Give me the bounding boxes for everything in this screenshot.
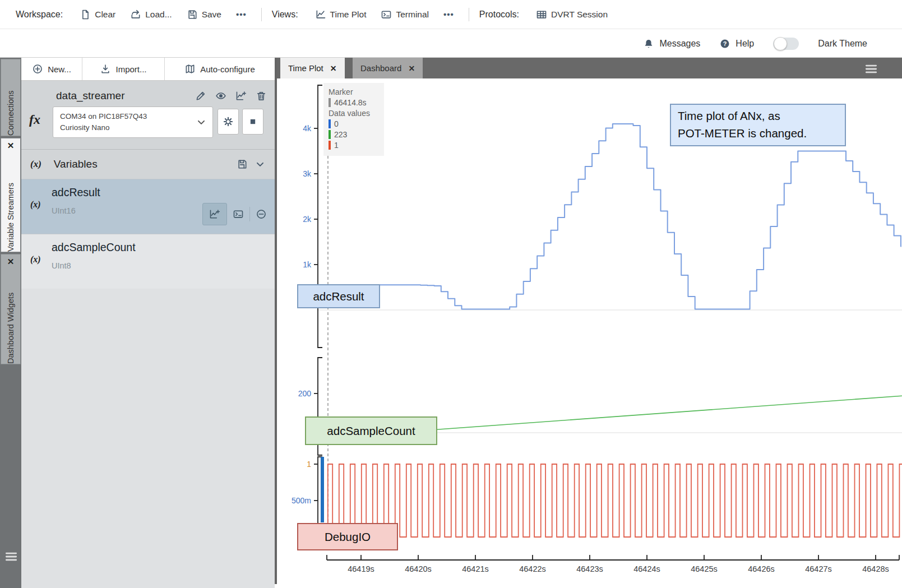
connection-line1: COM34 on PIC18F57Q43 (60, 111, 196, 122)
save-icon (187, 9, 198, 20)
plot-variable-button[interactable] (202, 203, 227, 225)
close-icon[interactable]: ✕ (7, 254, 15, 268)
plot-workspace: Time Plot ✕ Dashboard ✕ 4k3k2k1k2001500m… (277, 58, 902, 588)
data-visualizer-app: { "toolbar": { "workspace_label": "Works… (0, 0, 902, 588)
streamer-header: data_streamer (56, 90, 267, 102)
close-icon[interactable]: ✕ (408, 64, 415, 73)
svg-text:46419s: 46419s (348, 564, 374, 573)
toolbar-divider (469, 8, 469, 21)
save-button[interactable]: Save (187, 9, 221, 20)
variable-row-adcresult[interactable]: (x) adcResult UInt16 (21, 179, 275, 234)
terminal-button[interactable]: Terminal (381, 9, 429, 20)
svg-text:46421s: 46421s (462, 564, 489, 573)
help-icon: ? (719, 38, 730, 49)
chevron-down-icon[interactable] (255, 159, 266, 170)
panel-empty-area (21, 289, 275, 588)
panel-toolbar: New... Import... Auto-configure (21, 58, 275, 81)
remove-variable-button[interactable] (256, 209, 267, 220)
main-toolbar: Workspace: Clear Load... Save ••• Views:… (0, 0, 902, 29)
terminal-icon (381, 9, 392, 20)
plus-circle-icon (32, 63, 43, 75)
time-plot-canvas[interactable]: 4k3k2k1k2001500m46419s46420s46421s46422s… (277, 78, 902, 588)
close-icon[interactable]: ✕ (7, 138, 15, 152)
streamer-name: data_streamer (56, 90, 195, 102)
workspace-label: Workspace: (16, 10, 63, 20)
debugio-label: DebugIO (297, 523, 398, 550)
legend-swatch (329, 130, 331, 139)
add-to-plot-icon[interactable] (235, 90, 247, 101)
views-more-button[interactable]: ••• (443, 10, 454, 19)
dark-theme-label: Dark Theme (818, 39, 867, 49)
sidebar-tab-dashboard-widgets[interactable]: ✕ Dashboard Widgets (1, 254, 21, 364)
send-to-terminal-button[interactable] (233, 209, 244, 220)
new-button[interactable]: New... (21, 58, 82, 80)
save-variables-icon[interactable] (237, 159, 248, 170)
stop-icon (247, 116, 258, 127)
svg-text:200: 200 (298, 389, 312, 398)
connection-select[interactable]: COM34 on PIC18F57Q43 Curiosity Nano (53, 107, 213, 138)
variable-row-adcsamplecount[interactable]: (x) adcSampleCount UInt8 (21, 234, 275, 289)
help-button[interactable]: ? Help (719, 38, 754, 49)
svg-text:46422s: 46422s (519, 564, 546, 573)
variable-name: adcResult (52, 186, 100, 199)
add-to-plot-icon (209, 209, 220, 220)
load-button[interactable]: Load... (130, 9, 172, 20)
svg-text:46424s: 46424s (633, 564, 660, 573)
variable-name: adcSampleCount (52, 241, 136, 254)
legend-swatch (329, 141, 331, 150)
edit-pencil-icon[interactable] (195, 90, 206, 101)
actions-divider (249, 207, 250, 221)
toggle-knob (774, 37, 787, 50)
eye-icon[interactable] (215, 90, 226, 101)
stop-button[interactable] (242, 109, 263, 135)
clear-button[interactable]: Clear (80, 9, 115, 20)
messages-button[interactable]: Messages (643, 38, 700, 49)
menu-icon[interactable] (4, 549, 18, 564)
dark-theme-toggle[interactable] (773, 38, 799, 50)
svg-text:500m: 500m (292, 496, 311, 505)
marker-value: 46414.8s (334, 98, 367, 107)
adcsamplecount-label: adcSampleCount (305, 416, 437, 445)
svg-text:46425s: 46425s (691, 564, 718, 573)
legend-swatch (329, 119, 331, 128)
adcresult-label: adcResult (297, 284, 380, 308)
fx-icon: fx (29, 112, 40, 127)
tab-time-plot[interactable]: Time Plot ✕ (280, 58, 345, 78)
import-icon (100, 63, 111, 75)
svg-text:1k: 1k (303, 260, 312, 269)
plot-tab-bar: Time Plot ✕ Dashboard ✕ (277, 58, 902, 78)
toolbar-divider (261, 8, 262, 21)
svg-text:46426s: 46426s (748, 564, 775, 573)
protocols-label: Protocols: (479, 10, 519, 20)
connection-line2: Curiosity Nano (60, 122, 196, 133)
variables-header: (x) Variables (21, 150, 275, 179)
import-button[interactable]: Import... (82, 58, 165, 80)
svg-text:46427s: 46427s (805, 564, 832, 573)
sidebar-tab-variable-streamers[interactable]: ✕ Variable Streamers (1, 138, 21, 252)
dvrt-session-button[interactable]: DVRT Session (536, 9, 608, 20)
close-icon[interactable]: ✕ (330, 64, 337, 73)
plot-legend: Marker 46414.8s Data values 0 223 1 (323, 83, 384, 156)
trash-icon[interactable] (256, 90, 267, 101)
svg-text:2k: 2k (303, 215, 312, 224)
settings-button[interactable] (218, 109, 239, 135)
annotation-callout: Time plot of ANx, as POT-METER is change… (670, 104, 846, 146)
map-icon (184, 63, 196, 75)
time-plot-button[interactable]: Time Plot (315, 9, 367, 20)
svg-text:?: ? (723, 40, 727, 47)
table-grid-icon (536, 9, 547, 20)
tab-dashboard[interactable]: Dashboard ✕ (353, 58, 423, 78)
views-label: Views: (272, 10, 298, 20)
data-values-label: Data values (329, 109, 380, 118)
load-icon (130, 9, 141, 20)
chart-line-icon (315, 9, 326, 20)
plot-menu-icon[interactable] (864, 62, 878, 76)
variable-type: UInt8 (52, 261, 71, 270)
connection-row: fx COM34 on PIC18F57Q43 Curiosity Nano (21, 107, 275, 141)
legend-value: 0 (334, 119, 339, 128)
sidebar-tab-connections[interactable]: Connections (1, 59, 21, 136)
workspace-more-button[interactable]: ••• (236, 10, 247, 19)
marker-label: Marker (329, 87, 380, 96)
legend-value: 223 (334, 130, 347, 139)
auto-configure-button[interactable]: Auto-configure (165, 58, 275, 80)
